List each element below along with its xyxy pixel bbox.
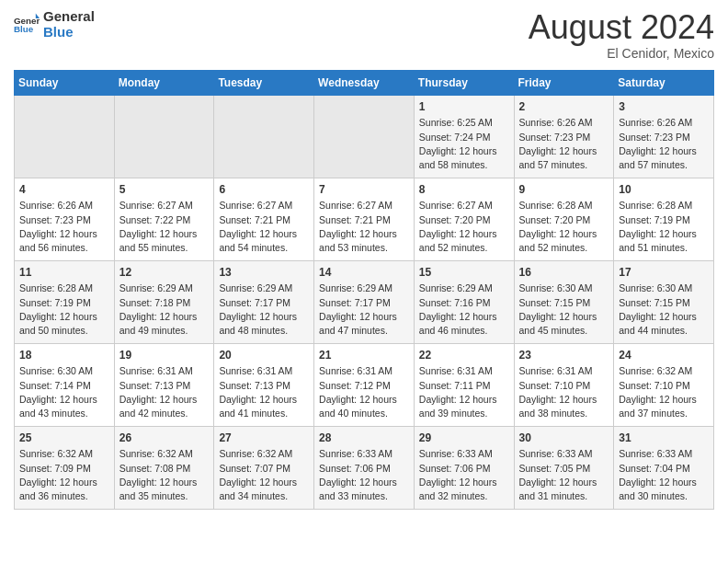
day-header-wednesday: Wednesday [314, 70, 415, 95]
calendar-table: SundayMondayTuesdayWednesdayThursdayFrid… [14, 70, 714, 510]
logo-icon: General Blue [14, 12, 40, 38]
day-number: 15 [419, 265, 509, 281]
month-year: August 2024 [529, 9, 714, 46]
cell-content: Sunrise: 6:28 AMSunset: 7:19 PMDaylight:… [619, 199, 709, 255]
day-number: 31 [619, 431, 709, 446]
cell-content: Sunrise: 6:30 AMSunset: 7:14 PMDaylight:… [19, 364, 109, 420]
calendar-cell: 8Sunrise: 6:27 AMSunset: 7:20 PMDaylight… [414, 178, 514, 260]
calendar-cell: 24Sunrise: 6:32 AMSunset: 7:10 PMDayligh… [614, 343, 714, 426]
title-block: August 2024 El Cenidor, Mexico [529, 9, 714, 61]
calendar-cell: 30Sunrise: 6:33 AMSunset: 7:05 PMDayligh… [514, 426, 614, 509]
logo-line2: Blue [43, 25, 95, 40]
calendar-cell: 22Sunrise: 6:31 AMSunset: 7:11 PMDayligh… [414, 343, 514, 426]
day-number: 22 [419, 348, 509, 363]
cell-content: Sunrise: 6:26 AMSunset: 7:23 PMDaylight:… [19, 199, 109, 255]
day-header-friday: Friday [514, 70, 614, 95]
calendar-cell: 18Sunrise: 6:30 AMSunset: 7:14 PMDayligh… [15, 343, 115, 426]
cell-content: Sunrise: 6:33 AMSunset: 7:06 PMDaylight:… [319, 447, 409, 503]
calendar-cell: 26Sunrise: 6:32 AMSunset: 7:08 PMDayligh… [114, 426, 214, 509]
cell-content: Sunrise: 6:28 AMSunset: 7:19 PMDaylight:… [19, 282, 109, 338]
calendar-cell: 13Sunrise: 6:29 AMSunset: 7:17 PMDayligh… [214, 260, 314, 343]
day-number: 4 [19, 182, 109, 198]
day-header-tuesday: Tuesday [214, 70, 314, 95]
day-number: 8 [419, 182, 509, 198]
day-number: 13 [219, 265, 309, 281]
calendar-cell: 2Sunrise: 6:26 AMSunset: 7:23 PMDaylight… [514, 95, 614, 178]
cell-content: Sunrise: 6:29 AMSunset: 7:16 PMDaylight:… [419, 282, 509, 338]
day-number: 1 [419, 99, 509, 115]
cell-content: Sunrise: 6:27 AMSunset: 7:22 PMDaylight:… [119, 199, 210, 255]
calendar-cell: 6Sunrise: 6:27 AMSunset: 7:21 PMDaylight… [214, 178, 314, 260]
calendar-header-row: SundayMondayTuesdayWednesdayThursdayFrid… [15, 70, 714, 95]
day-number: 18 [19, 348, 109, 363]
cell-content: Sunrise: 6:31 AMSunset: 7:12 PMDaylight:… [319, 364, 409, 420]
cell-content: Sunrise: 6:31 AMSunset: 7:11 PMDaylight:… [419, 364, 509, 420]
logo: General Blue General Blue [14, 9, 95, 40]
calendar-cell [314, 95, 415, 178]
day-number: 20 [219, 348, 309, 363]
cell-content: Sunrise: 6:30 AMSunset: 7:15 PMDaylight:… [519, 282, 609, 338]
calendar-cell: 9Sunrise: 6:28 AMSunset: 7:20 PMDaylight… [514, 178, 614, 260]
cell-content: Sunrise: 6:33 AMSunset: 7:06 PMDaylight:… [419, 447, 509, 503]
cell-content: Sunrise: 6:31 AMSunset: 7:10 PMDaylight:… [519, 364, 609, 420]
calendar-cell: 25Sunrise: 6:32 AMSunset: 7:09 PMDayligh… [15, 426, 115, 509]
cell-content: Sunrise: 6:29 AMSunset: 7:18 PMDaylight:… [119, 282, 210, 338]
cell-content: Sunrise: 6:33 AMSunset: 7:05 PMDaylight:… [519, 447, 609, 503]
calendar-cell: 31Sunrise: 6:33 AMSunset: 7:04 PMDayligh… [614, 426, 714, 509]
day-number: 19 [119, 348, 210, 363]
day-number: 9 [519, 182, 609, 198]
day-number: 10 [619, 182, 709, 198]
day-header-thursday: Thursday [414, 70, 514, 95]
calendar-week-row: 4Sunrise: 6:26 AMSunset: 7:23 PMDaylight… [15, 178, 714, 260]
calendar-cell: 10Sunrise: 6:28 AMSunset: 7:19 PMDayligh… [614, 178, 714, 260]
calendar-cell: 28Sunrise: 6:33 AMSunset: 7:06 PMDayligh… [314, 426, 415, 509]
cell-content: Sunrise: 6:32 AMSunset: 7:09 PMDaylight:… [19, 447, 109, 503]
cell-content: Sunrise: 6:31 AMSunset: 7:13 PMDaylight:… [219, 364, 309, 420]
day-number: 12 [119, 265, 210, 281]
cell-content: Sunrise: 6:25 AMSunset: 7:24 PMDaylight:… [419, 116, 509, 172]
day-number: 28 [319, 431, 409, 446]
page-header: General Blue General Blue August 2024 El… [14, 9, 714, 61]
calendar-cell: 4Sunrise: 6:26 AMSunset: 7:23 PMDaylight… [15, 178, 115, 260]
cell-content: Sunrise: 6:32 AMSunset: 7:08 PMDaylight:… [119, 447, 210, 503]
cell-content: Sunrise: 6:26 AMSunset: 7:23 PMDaylight:… [519, 116, 609, 172]
calendar-cell: 27Sunrise: 6:32 AMSunset: 7:07 PMDayligh… [214, 426, 314, 509]
day-number: 14 [319, 265, 409, 281]
day-number: 16 [519, 265, 609, 281]
calendar-cell [15, 95, 115, 178]
calendar-cell: 16Sunrise: 6:30 AMSunset: 7:15 PMDayligh… [514, 260, 614, 343]
cell-content: Sunrise: 6:29 AMSunset: 7:17 PMDaylight:… [219, 282, 309, 338]
calendar-cell [114, 95, 214, 178]
calendar-cell [214, 95, 314, 178]
calendar-week-row: 18Sunrise: 6:30 AMSunset: 7:14 PMDayligh… [15, 343, 714, 426]
calendar-cell: 17Sunrise: 6:30 AMSunset: 7:15 PMDayligh… [614, 260, 714, 343]
day-number: 26 [119, 431, 210, 446]
day-number: 24 [619, 348, 709, 363]
calendar-cell: 1Sunrise: 6:25 AMSunset: 7:24 PMDaylight… [414, 95, 514, 178]
day-number: 30 [519, 431, 609, 446]
cell-content: Sunrise: 6:28 AMSunset: 7:20 PMDaylight:… [519, 199, 609, 255]
day-number: 29 [419, 431, 509, 446]
calendar-cell: 23Sunrise: 6:31 AMSunset: 7:10 PMDayligh… [514, 343, 614, 426]
cell-content: Sunrise: 6:31 AMSunset: 7:13 PMDaylight:… [119, 364, 210, 420]
day-number: 23 [519, 348, 609, 363]
calendar-cell: 20Sunrise: 6:31 AMSunset: 7:13 PMDayligh… [214, 343, 314, 426]
day-number: 6 [219, 182, 309, 198]
calendar-cell: 21Sunrise: 6:31 AMSunset: 7:12 PMDayligh… [314, 343, 415, 426]
cell-content: Sunrise: 6:32 AMSunset: 7:07 PMDaylight:… [219, 447, 309, 503]
calendar-cell: 3Sunrise: 6:26 AMSunset: 7:23 PMDaylight… [614, 95, 714, 178]
cell-content: Sunrise: 6:29 AMSunset: 7:17 PMDaylight:… [319, 282, 409, 338]
day-number: 25 [19, 431, 109, 446]
cell-content: Sunrise: 6:30 AMSunset: 7:15 PMDaylight:… [619, 282, 709, 338]
calendar-cell: 7Sunrise: 6:27 AMSunset: 7:21 PMDaylight… [314, 178, 415, 260]
logo-line1: General [43, 9, 95, 25]
day-number: 27 [219, 431, 309, 446]
calendar-week-row: 1Sunrise: 6:25 AMSunset: 7:24 PMDaylight… [15, 95, 714, 178]
location: El Cenidor, Mexico [529, 46, 714, 61]
cell-content: Sunrise: 6:33 AMSunset: 7:04 PMDaylight:… [619, 447, 709, 503]
cell-content: Sunrise: 6:26 AMSunset: 7:23 PMDaylight:… [619, 116, 709, 172]
svg-text:Blue: Blue [14, 24, 34, 34]
calendar-cell: 14Sunrise: 6:29 AMSunset: 7:17 PMDayligh… [314, 260, 415, 343]
day-header-monday: Monday [114, 70, 214, 95]
calendar-week-row: 11Sunrise: 6:28 AMSunset: 7:19 PMDayligh… [15, 260, 714, 343]
